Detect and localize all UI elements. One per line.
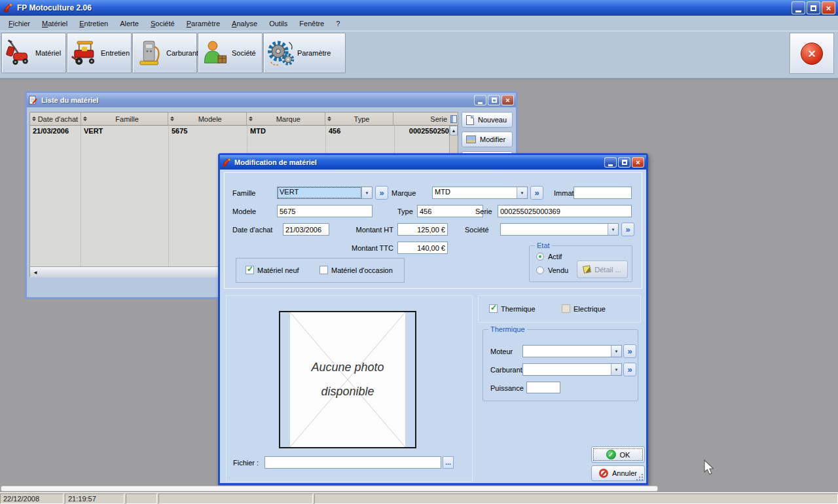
menu-analyse[interactable]: Analyse <box>226 18 263 29</box>
menu-entretien[interactable]: Entretien <box>73 18 114 29</box>
detail-button[interactable]: Détail ... <box>577 261 628 278</box>
main-titlebar[interactable]: FP Motoculture 2.06 × <box>0 0 838 16</box>
minimize-button[interactable] <box>792 1 805 14</box>
type-input[interactable] <box>417 205 483 217</box>
liste-window-title: Liste du matériel <box>41 96 98 104</box>
liste-minimize-button[interactable] <box>474 95 486 105</box>
ok-button[interactable]: ✓ OK <box>591 446 645 463</box>
toolbar-parametre-button[interactable]: Paramètre <box>263 33 346 73</box>
resize-grip[interactable] <box>636 473 644 481</box>
immat-input[interactable] <box>574 187 632 199</box>
checkbox-box[interactable] <box>562 304 570 313</box>
vendu-radio[interactable] <box>536 266 544 274</box>
marque-combo[interactable]: MTD ▼ <box>432 187 528 199</box>
check-icon: ✓ <box>247 264 253 274</box>
column-header-famille[interactable]: Famille <box>81 113 169 126</box>
actif-radio-row[interactable]: Actif <box>536 253 562 261</box>
menu-societe[interactable]: Société <box>145 18 181 29</box>
exit-button[interactable]: × <box>790 33 834 74</box>
scroll-up-button[interactable]: ▲ <box>450 126 458 135</box>
menu-materiel[interactable]: Matériel <box>36 18 73 29</box>
scroll-left-icon[interactable]: ◄ <box>33 270 38 276</box>
maximize-button[interactable] <box>807 1 820 14</box>
marque-expand-button[interactable]: » <box>530 186 543 200</box>
fichier-label: Fichier : <box>233 459 259 467</box>
carburant-value <box>523 364 611 375</box>
dialog-titlebar[interactable]: Modification de matériel × <box>220 155 646 170</box>
column-label: Serie <box>395 115 447 123</box>
moteur-expand-button[interactable]: » <box>623 344 636 358</box>
electrique-checkbox[interactable]: Electrique <box>562 304 606 313</box>
montant-ttc-input[interactable] <box>397 242 448 254</box>
montant-ht-input[interactable] <box>397 223 448 236</box>
modifier-button[interactable]: Modifier <box>462 132 513 147</box>
dropdown-arrow-icon[interactable]: ▼ <box>611 346 621 357</box>
date-achat-input[interactable] <box>283 223 329 236</box>
checkbox-box[interactable] <box>319 266 328 274</box>
status-date: 22/12/2008 <box>0 494 64 504</box>
immat-label: Immat <box>554 189 574 197</box>
vendu-radio-row[interactable]: Vendu <box>536 266 568 274</box>
dropdown-arrow-icon[interactable]: ▼ <box>608 224 618 235</box>
browse-file-button[interactable]: ... <box>443 456 454 469</box>
photo-cross-lines <box>290 312 405 447</box>
column-header-date-achat[interactable]: Date d'achat <box>30 113 81 126</box>
vendu-label: Vendu <box>548 266 568 274</box>
close-icon: × <box>636 159 640 166</box>
person-box-icon <box>201 38 230 68</box>
column-header-serie[interactable]: Serie <box>393 113 449 126</box>
materiel-occasion-checkbox[interactable]: Matériel d'occasion <box>319 266 393 274</box>
nouveau-button[interactable]: Nouveau <box>462 112 513 128</box>
famille-value: VERT <box>278 187 361 198</box>
grid-row-selected[interactable]: 21/03/2006 VERT 5675 MTD 456 0002550250 <box>30 126 458 139</box>
carburant-combo[interactable]: ▼ <box>522 363 622 376</box>
menu-alerte[interactable]: Alerte <box>114 18 145 29</box>
app-screen: FP Motoculture 2.06 × Fichier Matériel E… <box>0 0 838 504</box>
thermique-checkbox[interactable]: ✓ Thermique <box>489 304 536 313</box>
menu-help[interactable]: ? <box>330 18 346 29</box>
puissance-label: Puissance <box>490 384 524 392</box>
serie-input[interactable] <box>498 205 632 217</box>
famille-expand-button[interactable]: » <box>375 186 388 200</box>
menu-fichier[interactable]: Fichier <box>3 18 36 29</box>
column-picker-icon[interactable] <box>449 113 458 126</box>
thermique-legend: Thermique <box>488 325 527 333</box>
dropdown-arrow-icon[interactable]: ▼ <box>611 364 621 375</box>
column-header-marque[interactable]: Marque <box>247 113 325 126</box>
dialog-close-button[interactable]: × <box>632 157 644 168</box>
moteur-value <box>523 346 611 357</box>
famille-combo[interactable]: VERT ▼ <box>277 187 373 199</box>
maximize-icon <box>492 98 497 103</box>
dropdown-arrow-icon[interactable]: ▼ <box>361 187 372 198</box>
liste-window-titlebar[interactable]: Liste du matériel × <box>27 93 516 107</box>
dialog-minimize-button[interactable] <box>604 157 617 168</box>
fichier-input[interactable] <box>264 456 441 469</box>
dialog-title: Modification de matériel <box>234 158 317 166</box>
checkbox-box[interactable]: ✓ <box>489 304 498 313</box>
moteur-combo[interactable]: ▼ <box>522 345 622 357</box>
carburant-expand-button[interactable]: » <box>623 363 636 376</box>
menu-fenetre[interactable]: Fenêtre <box>293 18 330 29</box>
checkbox-box[interactable]: ✓ <box>246 266 254 274</box>
societe-combo[interactable]: ▼ <box>500 223 619 236</box>
modele-input[interactable] <box>277 205 373 217</box>
societe-expand-button[interactable]: » <box>621 223 634 236</box>
close-button[interactable]: × <box>822 1 835 14</box>
puissance-input[interactable] <box>526 382 560 393</box>
liste-close-button[interactable]: × <box>501 95 514 105</box>
dialog-maximize-button[interactable] <box>618 157 630 168</box>
dropdown-arrow-icon[interactable]: ▼ <box>517 187 527 198</box>
toolbar-carburant-button[interactable]: Carburant <box>132 33 197 73</box>
toolbar-entretien-button[interactable]: Entretien <box>67 33 132 73</box>
liste-maximize-button[interactable] <box>488 95 500 105</box>
materiel-neuf-checkbox[interactable]: ✓ Matériel neuf <box>246 266 299 274</box>
menu-parametre[interactable]: Paramètre <box>181 18 226 29</box>
toolbar-materiel-button[interactable]: Matériel <box>1 33 66 73</box>
mdi-horizontal-scrollbar[interactable] <box>1 486 658 492</box>
toolbar-societe-button[interactable]: Société <box>198 33 263 73</box>
column-header-modele[interactable]: Modele <box>168 113 247 126</box>
column-header-type[interactable]: Type <box>325 113 394 126</box>
menu-outils[interactable]: Outils <box>263 18 293 29</box>
close-icon: × <box>826 4 831 12</box>
actif-radio[interactable] <box>536 253 544 261</box>
